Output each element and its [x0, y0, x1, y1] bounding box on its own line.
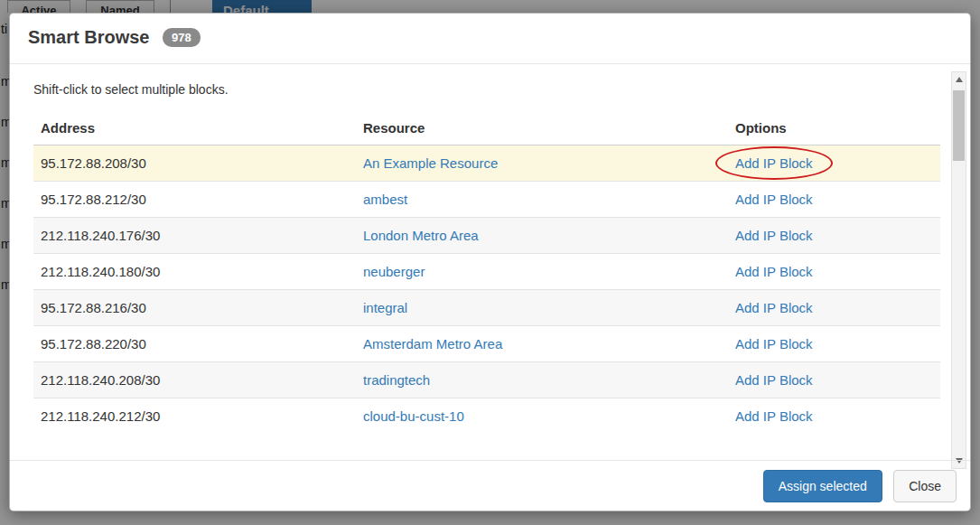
modal-header: Smart Browse 978: [10, 14, 970, 64]
address-cell: 212.118.240.176/30: [33, 218, 356, 254]
resource-link[interactable]: An Example Resource: [363, 155, 498, 171]
modal-title: Smart Browse: [28, 27, 150, 48]
add-ip-block-link[interactable]: Add IP Block: [735, 228, 813, 243]
table-row[interactable]: 95.172.88.208/30 An Example Resource Add…: [33, 145, 940, 182]
add-ip-block-link[interactable]: Add IP Block: [735, 155, 813, 171]
ip-block-table: Address Resource Options 95.172.88.208/3…: [33, 111, 940, 434]
table-row[interactable]: 95.172.88.212/30 ambest Add IP Block: [33, 182, 940, 218]
table-row[interactable]: 212.118.240.208/30 tradingtech Add IP Bl…: [33, 362, 940, 398]
add-ip-block-link[interactable]: Add IP Block: [735, 372, 813, 388]
add-ip-block-link[interactable]: Add IP Block: [735, 264, 813, 279]
resource-link[interactable]: Amsterdam Metro Area: [363, 336, 502, 352]
table-row[interactable]: 212.118.240.212/30 cloud-bu-cust-10 Add …: [33, 398, 940, 435]
scrollbar-up-arrow[interactable]: [952, 72, 966, 87]
smart-browse-modal: Smart Browse 978 Shift-click to select m…: [9, 13, 971, 511]
add-ip-block-link[interactable]: Add IP Block: [735, 192, 813, 207]
column-header-resource: Resource: [356, 111, 728, 145]
resource-link[interactable]: cloud-bu-cust-10: [363, 408, 464, 424]
assign-selected-button[interactable]: Assign selected: [763, 470, 882, 502]
address-cell: 95.172.88.212/30: [33, 182, 356, 218]
resource-link[interactable]: London Metro Area: [363, 228, 479, 243]
table-row[interactable]: 95.172.88.220/30 Amsterdam Metro Area Ad…: [33, 326, 940, 362]
table-row[interactable]: 95.172.88.216/30 integral Add IP Block: [33, 290, 940, 326]
resource-link[interactable]: neuberger: [363, 264, 425, 279]
resource-link[interactable]: tradingtech: [363, 372, 430, 388]
close-button[interactable]: Close: [893, 470, 957, 502]
address-cell: 95.172.88.216/30: [33, 290, 356, 326]
resource-link[interactable]: integral: [363, 300, 407, 315]
column-header-address: Address: [33, 111, 356, 145]
resource-link[interactable]: ambest: [363, 192, 407, 207]
address-cell: 212.118.240.180/30: [33, 254, 356, 290]
column-header-options: Options: [728, 111, 940, 145]
add-ip-block-link[interactable]: Add IP Block: [735, 336, 813, 352]
address-cell: 212.118.240.212/30: [33, 398, 356, 435]
modal-footer: Assign selected Close: [10, 460, 970, 511]
instruction-text: Shift-click to select multiple blocks.: [33, 82, 947, 97]
address-cell: 95.172.88.220/30: [33, 326, 356, 362]
up-triangle-icon: [956, 77, 963, 82]
modal-body: Shift-click to select multiple blocks. A…: [10, 64, 970, 460]
address-cell: 95.172.88.208/30: [33, 145, 356, 182]
table-row[interactable]: 212.118.240.176/30 London Metro Area Add…: [33, 218, 940, 254]
scrollbar-thumb[interactable]: [953, 90, 965, 161]
add-ip-block-link[interactable]: Add IP Block: [735, 408, 813, 424]
table-header-row: Address Resource Options: [33, 111, 940, 145]
count-badge: 978: [163, 28, 201, 47]
address-cell: 212.118.240.208/30: [33, 362, 356, 398]
table-row[interactable]: 212.118.240.180/30 neuberger Add IP Bloc…: [33, 254, 940, 290]
add-ip-block-link[interactable]: Add IP Block: [735, 300, 813, 315]
modal-scrollbar[interactable]: [951, 71, 966, 469]
